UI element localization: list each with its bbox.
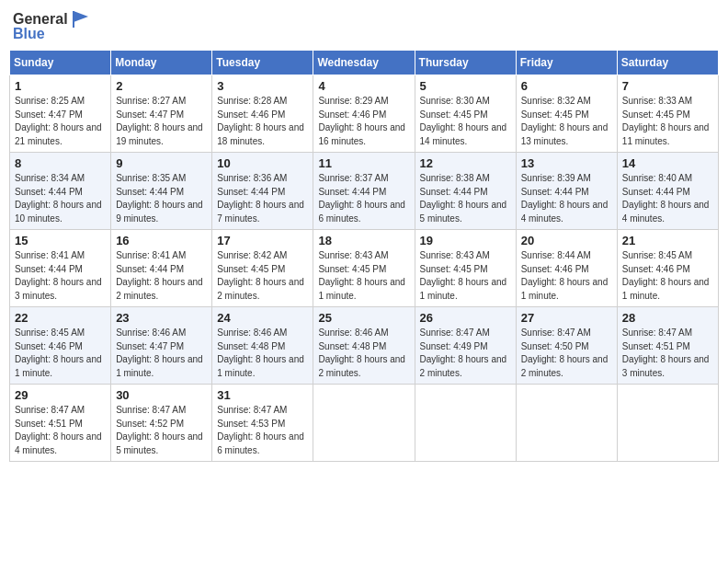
day-info: Sunrise: 8:47 AMSunset: 4:51 PMDaylight:… xyxy=(622,327,710,378)
day-info: Sunrise: 8:43 AMSunset: 4:45 PMDaylight:… xyxy=(318,250,405,301)
calendar-cell: 29 Sunrise: 8:47 AMSunset: 4:51 PMDaylig… xyxy=(10,385,111,462)
calendar-cell xyxy=(516,385,617,462)
weekday-header-row: SundayMondayTuesdayWednesdayThursdayFrid… xyxy=(10,51,719,75)
calendar-cell: 20 Sunrise: 8:44 AMSunset: 4:46 PMDaylig… xyxy=(516,230,617,307)
page-header: General Blue xyxy=(9,9,719,42)
calendar-cell: 24 Sunrise: 8:46 AMSunset: 4:48 PMDaylig… xyxy=(212,307,313,385)
calendar-cell: 11 Sunrise: 8:37 AMSunset: 4:44 PMDaylig… xyxy=(313,153,415,230)
day-number: 26 xyxy=(420,311,511,325)
calendar-cell: 7 Sunrise: 8:33 AMSunset: 4:45 PMDayligh… xyxy=(617,75,718,153)
weekday-header: Saturday xyxy=(617,51,718,75)
calendar-cell xyxy=(313,385,415,462)
calendar-cell: 2 Sunrise: 8:27 AMSunset: 4:47 PMDayligh… xyxy=(111,75,212,153)
day-info: Sunrise: 8:28 AMSunset: 4:46 PMDaylight:… xyxy=(217,96,304,146)
calendar-cell: 28 Sunrise: 8:47 AMSunset: 4:51 PMDaylig… xyxy=(617,307,718,385)
day-number: 25 xyxy=(318,311,409,325)
day-info: Sunrise: 8:41 AMSunset: 4:44 PMDaylight:… xyxy=(116,250,203,301)
calendar-week-row: 15 Sunrise: 8:41 AMSunset: 4:44 PMDaylig… xyxy=(10,230,719,307)
calendar-cell: 14 Sunrise: 8:40 AMSunset: 4:44 PMDaylig… xyxy=(617,153,718,230)
calendar-cell: 3 Sunrise: 8:28 AMSunset: 4:46 PMDayligh… xyxy=(212,75,313,153)
day-number: 29 xyxy=(15,388,106,402)
day-info: Sunrise: 8:37 AMSunset: 4:44 PMDaylight:… xyxy=(318,173,405,224)
day-info: Sunrise: 8:45 AMSunset: 4:46 PMDaylight:… xyxy=(15,327,102,378)
day-number: 1 xyxy=(15,79,106,93)
calendar-cell: 31 Sunrise: 8:47 AMSunset: 4:53 PMDaylig… xyxy=(212,385,313,462)
day-info: Sunrise: 8:46 AMSunset: 4:48 PMDaylight:… xyxy=(217,327,304,378)
day-number: 10 xyxy=(217,156,308,170)
day-info: Sunrise: 8:35 AMSunset: 4:44 PMDaylight:… xyxy=(116,173,203,224)
day-info: Sunrise: 8:32 AMSunset: 4:45 PMDaylight:… xyxy=(521,96,609,146)
day-info: Sunrise: 8:47 AMSunset: 4:52 PMDaylight:… xyxy=(116,405,203,455)
day-info: Sunrise: 8:40 AMSunset: 4:44 PMDaylight:… xyxy=(622,173,710,224)
day-info: Sunrise: 8:46 AMSunset: 4:48 PMDaylight:… xyxy=(318,327,405,378)
day-number: 3 xyxy=(217,79,308,93)
logo: General Blue xyxy=(13,9,90,42)
day-info: Sunrise: 8:33 AMSunset: 4:45 PMDaylight:… xyxy=(622,96,710,146)
day-info: Sunrise: 8:46 AMSunset: 4:47 PMDaylight:… xyxy=(116,327,203,378)
svg-rect-1 xyxy=(73,11,74,28)
day-number: 7 xyxy=(622,79,713,93)
logo-text: General Blue xyxy=(13,9,90,42)
calendar-cell: 4 Sunrise: 8:29 AMSunset: 4:46 PMDayligh… xyxy=(313,75,415,153)
day-number: 28 xyxy=(622,311,713,325)
day-number: 9 xyxy=(116,156,207,170)
calendar-cell: 10 Sunrise: 8:36 AMSunset: 4:44 PMDaylig… xyxy=(212,153,313,230)
day-info: Sunrise: 8:47 AMSunset: 4:49 PMDaylight:… xyxy=(420,327,507,378)
day-number: 19 xyxy=(420,234,511,247)
calendar-cell: 22 Sunrise: 8:45 AMSunset: 4:46 PMDaylig… xyxy=(10,307,111,385)
calendar-cell: 25 Sunrise: 8:46 AMSunset: 4:48 PMDaylig… xyxy=(313,307,415,385)
calendar-cell: 5 Sunrise: 8:30 AMSunset: 4:45 PMDayligh… xyxy=(415,75,516,153)
weekday-header: Tuesday xyxy=(212,51,313,75)
day-info: Sunrise: 8:39 AMSunset: 4:44 PMDaylight:… xyxy=(521,173,609,224)
day-info: Sunrise: 8:42 AMSunset: 4:45 PMDaylight:… xyxy=(217,250,304,301)
weekday-header: Sunday xyxy=(10,51,111,75)
calendar-cell: 16 Sunrise: 8:41 AMSunset: 4:44 PMDaylig… xyxy=(111,230,212,307)
day-info: Sunrise: 8:47 AMSunset: 4:53 PMDaylight:… xyxy=(217,405,304,455)
weekday-header: Wednesday xyxy=(313,51,415,75)
calendar-cell: 1 Sunrise: 8:25 AMSunset: 4:47 PMDayligh… xyxy=(10,75,111,153)
calendar-cell: 19 Sunrise: 8:43 AMSunset: 4:45 PMDaylig… xyxy=(415,230,516,307)
calendar-table: SundayMondayTuesdayWednesdayThursdayFrid… xyxy=(9,50,719,462)
day-info: Sunrise: 8:36 AMSunset: 4:44 PMDaylight:… xyxy=(217,173,304,224)
calendar-cell: 18 Sunrise: 8:43 AMSunset: 4:45 PMDaylig… xyxy=(313,230,415,307)
calendar-cell: 17 Sunrise: 8:42 AMSunset: 4:45 PMDaylig… xyxy=(212,230,313,307)
calendar-cell xyxy=(617,385,718,462)
day-number: 13 xyxy=(521,156,612,170)
day-number: 27 xyxy=(521,311,612,325)
day-info: Sunrise: 8:34 AMSunset: 4:44 PMDaylight:… xyxy=(15,173,102,224)
day-number: 31 xyxy=(217,388,308,402)
calendar-week-row: 29 Sunrise: 8:47 AMSunset: 4:51 PMDaylig… xyxy=(10,385,719,462)
day-number: 11 xyxy=(318,156,409,170)
weekday-header: Thursday xyxy=(415,51,516,75)
day-number: 12 xyxy=(420,156,511,170)
calendar-cell: 8 Sunrise: 8:34 AMSunset: 4:44 PMDayligh… xyxy=(10,153,111,230)
logo-flag-icon xyxy=(70,9,90,29)
day-number: 21 xyxy=(622,234,713,247)
day-number: 5 xyxy=(420,79,511,93)
day-info: Sunrise: 8:29 AMSunset: 4:46 PMDaylight:… xyxy=(318,96,405,146)
day-info: Sunrise: 8:47 AMSunset: 4:51 PMDaylight:… xyxy=(15,405,102,455)
day-number: 15 xyxy=(15,234,106,247)
day-info: Sunrise: 8:43 AMSunset: 4:45 PMDaylight:… xyxy=(420,250,507,301)
day-number: 14 xyxy=(622,156,713,170)
weekday-header: Monday xyxy=(111,51,212,75)
calendar-week-row: 1 Sunrise: 8:25 AMSunset: 4:47 PMDayligh… xyxy=(10,75,719,153)
calendar-cell: 27 Sunrise: 8:47 AMSunset: 4:50 PMDaylig… xyxy=(516,307,617,385)
calendar-cell: 9 Sunrise: 8:35 AMSunset: 4:44 PMDayligh… xyxy=(111,153,212,230)
day-number: 30 xyxy=(116,388,207,402)
calendar-week-row: 8 Sunrise: 8:34 AMSunset: 4:44 PMDayligh… xyxy=(10,153,719,230)
day-number: 18 xyxy=(318,234,409,247)
day-info: Sunrise: 8:45 AMSunset: 4:46 PMDaylight:… xyxy=(622,250,710,301)
day-info: Sunrise: 8:25 AMSunset: 4:47 PMDaylight:… xyxy=(15,96,102,146)
day-info: Sunrise: 8:44 AMSunset: 4:46 PMDaylight:… xyxy=(521,250,609,301)
day-number: 23 xyxy=(116,311,207,325)
day-info: Sunrise: 8:38 AMSunset: 4:44 PMDaylight:… xyxy=(420,173,507,224)
calendar-cell: 23 Sunrise: 8:46 AMSunset: 4:47 PMDaylig… xyxy=(111,307,212,385)
day-number: 17 xyxy=(217,234,308,247)
calendar-cell: 26 Sunrise: 8:47 AMSunset: 4:49 PMDaylig… xyxy=(415,307,516,385)
calendar-cell: 21 Sunrise: 8:45 AMSunset: 4:46 PMDaylig… xyxy=(617,230,718,307)
calendar-cell: 15 Sunrise: 8:41 AMSunset: 4:44 PMDaylig… xyxy=(10,230,111,307)
day-info: Sunrise: 8:47 AMSunset: 4:50 PMDaylight:… xyxy=(521,327,609,378)
calendar-cell: 6 Sunrise: 8:32 AMSunset: 4:45 PMDayligh… xyxy=(516,75,617,153)
day-info: Sunrise: 8:41 AMSunset: 4:44 PMDaylight:… xyxy=(15,250,102,301)
